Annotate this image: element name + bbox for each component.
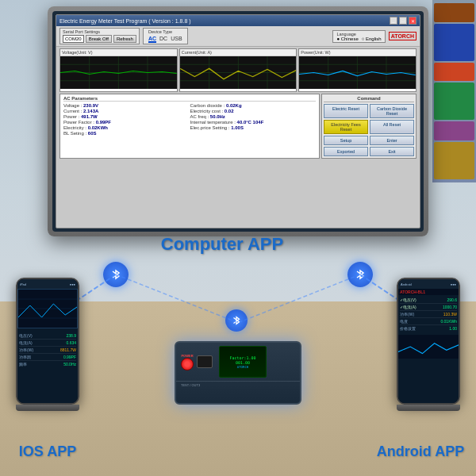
computer-app-text: Computer APP	[161, 234, 283, 254]
scene: Electric Energy Meter Test Program ( Ver…	[0, 0, 476, 476]
phone-left: iPad ●●● 电压(V)238.9 电流(A)0.634	[16, 278, 79, 405]
meter-top: POWER Factor:1.00 001.00 ATORCH	[176, 343, 300, 381]
book	[434, 63, 474, 82]
app-title: Electric Energy Meter Test Program ( Ver…	[60, 18, 191, 24]
com-port-select[interactable]: COM20	[63, 35, 84, 43]
device-type-section: Device Type AC DC USB	[143, 28, 188, 44]
bottom-panels: AC Parameters Voltage : 230.9V Carbon di…	[56, 94, 420, 160]
monitor-screen: Electric Energy Meter Test Program ( Ver…	[52, 11, 424, 232]
charts-row: Voltage(Unit: V)	[56, 47, 420, 94]
phone-right-row-3: 电度0.01KWh	[400, 318, 457, 325]
atorch-logo: ATORCH	[389, 32, 416, 40]
meter-brand: ATORCH	[237, 365, 248, 369]
book	[434, 24, 474, 61]
power-param: Power : 491.7W	[63, 114, 190, 119]
ios-app-text: IOS APP	[19, 443, 76, 459]
ac-params-title: AC Parameters	[63, 96, 316, 102]
serial-port-label: Serial Port Settings	[63, 29, 136, 34]
carbon-param: Carbon dioxide : 0.02Kg	[190, 103, 317, 108]
device-type-label: Device Type	[148, 29, 182, 34]
bookshelf	[432, 0, 476, 182]
android-app-text: Android APP	[377, 443, 464, 459]
meter-socket	[197, 355, 213, 368]
phone-right-row-1: ✓电流(A)1000.70	[400, 304, 457, 311]
atorch-header: ATORCH-BL1	[398, 289, 459, 295]
english-radio[interactable]: ○ English	[362, 36, 382, 41]
book	[434, 121, 474, 140]
device-usb-btn[interactable]: USB	[171, 36, 182, 43]
pf-param: Power Factor : 0.99PF	[63, 120, 190, 125]
android-app-label: Android APP	[373, 443, 468, 460]
chinese-radio[interactable]: ● Chinese	[336, 36, 358, 41]
phone-right-screen: Android ●●● ATORCH-BL1 ✓电压(V)290.6 ✓电流(A…	[398, 279, 459, 403]
bluetooth-icon-left	[103, 262, 129, 287]
phone-right-row-4: 价格设置1.00	[400, 325, 457, 332]
meter-device: POWER Factor:1.00 001.00 ATORCH TEST / O…	[175, 341, 301, 405]
voltage-chart-grid	[60, 56, 177, 89]
exit-btn[interactable]: Exit	[370, 147, 414, 156]
phone-left-row-4: 频率50.0Hz	[19, 361, 76, 367]
minimize-btn[interactable]: _	[390, 17, 397, 25]
phone-left-data: 电压(V)238.9 电流(A)0.634 功率(W)8811.7W 功率因0.…	[17, 331, 78, 369]
serial-port-section: Serial Port Settings COM20 Break Off Ref…	[60, 28, 140, 44]
app-window: Electric Energy Meter Test Program ( Ver…	[56, 14, 420, 228]
device-dc-btn[interactable]: DC	[159, 36, 167, 43]
setup-btn[interactable]: Setup	[324, 136, 368, 145]
close-btn[interactable]: ✕	[409, 17, 416, 25]
monitor-frame: Electric Energy Meter Test Program ( Ver…	[48, 6, 428, 236]
language-radios: ● Chinese ○ English	[336, 36, 381, 41]
enter-btn[interactable]: Enter	[370, 136, 414, 145]
commands-title: Command	[324, 96, 414, 102]
book	[434, 142, 474, 179]
computer-app-label: Computer APP	[159, 234, 286, 255]
phone-left-row-3: 功率因0.99PF	[19, 354, 76, 361]
book	[434, 83, 474, 120]
phone-status-bar: iPad ●●●	[17, 279, 78, 289]
cmd-grid: Electric Reset Carbon Dioxide Reset Elec…	[324, 104, 414, 156]
device-type-buttons: AC DC USB	[148, 36, 182, 43]
power-button[interactable]	[181, 358, 194, 370]
refresh-btn[interactable]: Refresh	[113, 35, 136, 43]
power-chart: Power(Unit: W)	[298, 48, 416, 92]
exported-btn[interactable]: Exported	[324, 147, 368, 156]
phone-stand-right	[397, 405, 460, 411]
phone-right-row-0: ✓电压(V)290.6	[400, 297, 457, 304]
bluetooth-icon-right	[347, 262, 373, 287]
voltage-chart-title: Voltage(Unit: V)	[60, 49, 177, 56]
bl-param: BL Seting : 60S	[63, 131, 190, 136]
electricity-param: Electricity : 0.02KWh	[63, 125, 190, 130]
internal-temp-param: Internal temperature : 40.0°C 104F	[190, 120, 317, 125]
phone-right-data: ✓电压(V)290.6 ✓电流(A)1000.70 功率(W)110.3W 电度…	[398, 295, 459, 333]
meter-bottom: TEST / OUT3	[176, 381, 300, 389]
voltage-param: Voltage : 230.9V	[63, 103, 190, 108]
phone-stand-left	[16, 405, 79, 411]
current-chart-grid	[180, 56, 297, 89]
book	[434, 3, 474, 22]
elec-price-param: Elec.price Setting : 1.00S	[190, 125, 317, 130]
meter-test-label: TEST / OUT3	[181, 383, 200, 387]
phone-right-chart	[398, 335, 459, 359]
phone-left-row-1: 电流(A)0.634	[19, 340, 76, 347]
electric-reset-btn[interactable]: Electric Reset	[324, 104, 368, 118]
meter-display: Factor:1.00 001.00 ATORCH	[219, 346, 267, 378]
bluetooth-icon-bottom	[225, 309, 248, 332]
maximize-btn[interactable]: □	[399, 17, 407, 25]
elec-fees-reset-btn[interactable]: Electricity Fees Reset	[324, 120, 368, 134]
ac-params-grid: Voltage : 230.9V Carbon dioxide : 0.02Kg…	[63, 103, 316, 136]
app-titlebar: Electric Energy Meter Test Program ( Ver…	[56, 15, 420, 26]
power-label: POWER	[181, 354, 194, 358]
monitor: Electric Energy Meter Test Program ( Ver…	[48, 6, 428, 236]
phone-left-row-0: 电压(V)238.9	[19, 332, 76, 340]
ios-app-label: IOS APP	[8, 443, 87, 460]
carbon-dioxide-reset-btn[interactable]: Carbon Dioxide Reset	[370, 104, 414, 118]
elec-cost-param: Electricity cost : 0.02	[190, 109, 317, 113]
phone-left-screen: iPad ●●● 电压(V)238.9 电流(A)0.634	[17, 279, 78, 403]
phone-right-row-2: 功率(W)110.3W	[400, 311, 457, 318]
app-toolbar: Serial Port Settings COM20 Break Off Ref…	[56, 26, 420, 47]
break-off-btn[interactable]: Break Off	[86, 35, 112, 43]
power-chart-grid	[299, 56, 416, 89]
voltage-chart: Voltage(Unit: V)	[60, 48, 178, 92]
current-param: Current : 2.143A	[63, 109, 190, 113]
device-ac-btn[interactable]: AC	[148, 36, 156, 43]
all-reset-btn[interactable]: All Reset	[370, 120, 414, 134]
